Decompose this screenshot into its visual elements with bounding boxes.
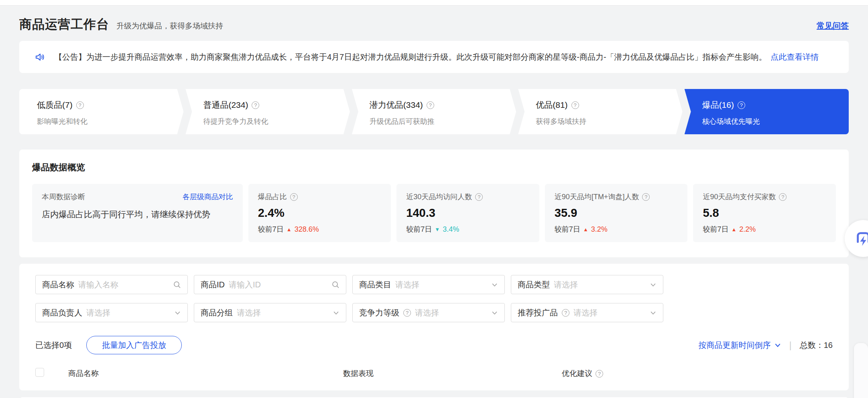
stat-label: 近90天品均[TM+询盘]人数 (555, 192, 639, 202)
sort-area: 按商品更新时间倒序 | 总数： 16 (699, 339, 833, 351)
select-all-checkbox[interactable] (35, 368, 44, 377)
product-name-input[interactable]: 商品名称 请输入名称 (35, 275, 188, 294)
diagnosis-label: 本周数据诊断 (42, 192, 85, 202)
filter-row-2: 商品负责人 请选择 商品分组 请选择 竞争力等级 ? 请选择 (35, 303, 833, 322)
tab-subtitle: 影响曝光和转化 (37, 117, 183, 126)
help-icon[interactable]: ? (642, 193, 650, 201)
stat-value: 35.9 (555, 206, 678, 220)
stat-delta: 3.2% (591, 225, 608, 234)
page-header: 商品运营工作台 升级为优爆品，获得多场域扶持 常见问答 (19, 16, 849, 33)
help-icon[interactable]: ? (738, 101, 745, 109)
page-subtitle: 升级为优爆品，获得多场域扶持 (116, 21, 223, 31)
placeholder: 请选择 (237, 307, 329, 318)
bulk-add-to-ads-button[interactable]: 批量加入广告投放 (86, 336, 182, 354)
placeholder: 请输入名称 (78, 279, 169, 290)
product-owner-select[interactable]: 商品负责人 请选择 (35, 303, 188, 322)
list-toolbar: 已选择0项 批量加入广告投放 按商品更新时间倒序 | 总数： 16 (35, 336, 833, 354)
help-icon[interactable]: ? (571, 101, 579, 109)
tab-normal[interactable]: 普通品(234) ? 待提升竞争力及转化 (185, 89, 350, 134)
placeholder: 请选择 (415, 307, 487, 318)
product-type-select[interactable]: 商品类型 请选择 (511, 275, 663, 294)
chevron-down-icon (333, 309, 339, 316)
stat-hot-ratio: 爆品占比 ? 2.4% 较前7日 ▲ 328.6% (248, 184, 391, 242)
weekly-diagnosis-card: 本周数据诊断 各层级商品对比 店内爆品占比高于同行平均，请继续保持优势 (32, 184, 243, 242)
diagnosis-text: 店内爆品占比高于同行平均，请继续保持优势 (42, 209, 233, 220)
tab-subtitle: 待提升竞争力及转化 (203, 117, 350, 126)
stat-visitors-30d: 近30天品均访问人数 ? 140.3 较前7日 ▼ 3.4% (396, 184, 539, 242)
help-icon[interactable]: ? (427, 101, 434, 109)
sort-dropdown[interactable]: 按商品更新时间倒序 (699, 340, 781, 351)
divider: | (789, 339, 792, 351)
overview-title: 爆品数据概览 (32, 162, 836, 174)
tab-premium[interactable]: 优品(81) ? 获得多场域扶持 (518, 89, 682, 134)
stat-label: 近30天品均访问人数 (406, 192, 472, 202)
filter-row-1: 商品名称 请输入名称 商品ID 请输入ID 商品类目 请选择 (35, 275, 833, 294)
level-compare-link[interactable]: 各层级商品对比 (183, 192, 233, 202)
help-icon[interactable]: ? (562, 309, 569, 317)
column-optimization: 优化建议 ? (562, 368, 603, 379)
tab-label: 低质品(7) (37, 99, 73, 111)
stat-tm-inquiry-90d: 近90天品均[TM+询盘]人数 ? 35.9 较前7日 ▲ 3.2% (545, 184, 688, 242)
chevron-down-icon (491, 281, 498, 288)
competitiveness-level-select[interactable]: 竞争力等级 ? 请选择 (352, 303, 505, 322)
help-icon[interactable]: ? (290, 193, 298, 201)
category-select[interactable]: 商品类目 请选择 (352, 275, 505, 294)
page-title: 商品运营工作台 (19, 16, 109, 33)
total-value: 16 (824, 341, 833, 350)
stat-label: 爆品占比 (258, 192, 287, 202)
placeholder: 请选择 (395, 279, 487, 290)
selected-count-text: 已选择0项 (35, 340, 72, 351)
tab-potential[interactable]: 潜力优品(334) ? 升级优品后可获助推 (352, 89, 516, 134)
product-level-tabs: 低质品(7) ? 影响曝光和转化 普通品(234) ? 待提升竞争力及转化 潜力… (19, 89, 849, 134)
compare-prefix: 较前7日 (703, 224, 728, 234)
tab-hot-active[interactable]: 爆品(16) ? 核心场域优先曝光 (685, 89, 849, 134)
stat-paid-buyers-90d: 近90天品均支付买家数 ? 5.8 较前7日 ▲ 2.2% (693, 184, 836, 242)
tab-label: 普通品(234) (203, 99, 248, 111)
recommended-ad-product-select[interactable]: 推荐投广品 ? 请选择 (511, 303, 663, 322)
placeholder: 请选择 (554, 279, 646, 290)
announcement-text: 【公告】为进一步提升商品运营效率，助力商家聚焦潜力优品成长，平台将于4月7日起对… (54, 52, 819, 63)
chevron-down-icon (650, 281, 657, 288)
tab-subtitle: 核心场域优先曝光 (702, 117, 849, 126)
search-icon (173, 281, 181, 289)
help-icon[interactable]: ? (779, 193, 787, 201)
announcement-detail-link[interactable]: 点此查看详情 (770, 53, 819, 61)
stat-value: 5.8 (703, 206, 826, 220)
product-group-select[interactable]: 商品分组 请选择 (194, 303, 346, 322)
announcement-bar: 【公告】为进一步提升商品运营效率，助力商家聚焦潜力优品成长，平台将于4月7日起对… (19, 41, 849, 73)
help-icon[interactable]: ? (403, 309, 411, 317)
stat-value: 2.4% (258, 206, 382, 220)
tab-subtitle: 升级优品后可获助推 (370, 117, 516, 126)
stat-delta: 328.6% (295, 225, 319, 234)
column-product-name: 商品名称 (68, 368, 99, 379)
trend-down-icon: ▼ (435, 226, 440, 232)
tab-low-quality[interactable]: 低质品(7) ? 影响曝光和转化 (19, 89, 183, 134)
compare-prefix: 较前7日 (555, 224, 580, 234)
help-icon[interactable]: ? (475, 193, 483, 201)
lightning-panel-icon (854, 229, 868, 248)
faq-link[interactable]: 常见问答 (817, 20, 849, 31)
column-data-performance: 数据表现 (343, 368, 374, 379)
help-icon[interactable]: ? (76, 101, 84, 109)
stats-row: 本周数据诊断 各层级商品对比 店内爆品占比高于同行平均，请继续保持优势 爆品占比… (32, 184, 836, 242)
stat-delta: 3.4% (443, 225, 459, 234)
help-icon[interactable]: ? (252, 101, 259, 109)
placeholder: 请输入ID (229, 279, 327, 290)
product-list-panel: 商品名称 请输入名称 商品ID 请输入ID 商品类目 请选择 (19, 264, 849, 390)
browser-top-strip (0, 0, 868, 6)
trend-up-icon: ▲ (287, 226, 292, 232)
tab-label: 爆品(16) (702, 99, 734, 111)
stat-value: 140.3 (406, 206, 530, 220)
compare-prefix: 较前7日 (258, 224, 284, 234)
trend-up-icon: ▲ (731, 226, 736, 232)
chevron-down-icon (774, 341, 781, 349)
tab-label: 潜力优品(334) (370, 99, 423, 111)
scrollbar-thumb[interactable] (854, 343, 868, 398)
help-icon[interactable]: ? (596, 370, 603, 378)
chevron-down-icon (174, 309, 181, 316)
stat-label: 近90天品均支付买家数 (703, 192, 776, 202)
search-icon (331, 281, 339, 289)
page-content: 商品运营工作台 升级为优爆品，获得多场域扶持 常见问答 【公告】为进一步提升商品… (0, 16, 868, 398)
product-id-input[interactable]: 商品ID 请输入ID (194, 275, 346, 294)
announcement-body: 【公告】为进一步提升商品运营效率，助力商家聚焦潜力优品成长，平台将于4月7日起对… (54, 53, 767, 61)
